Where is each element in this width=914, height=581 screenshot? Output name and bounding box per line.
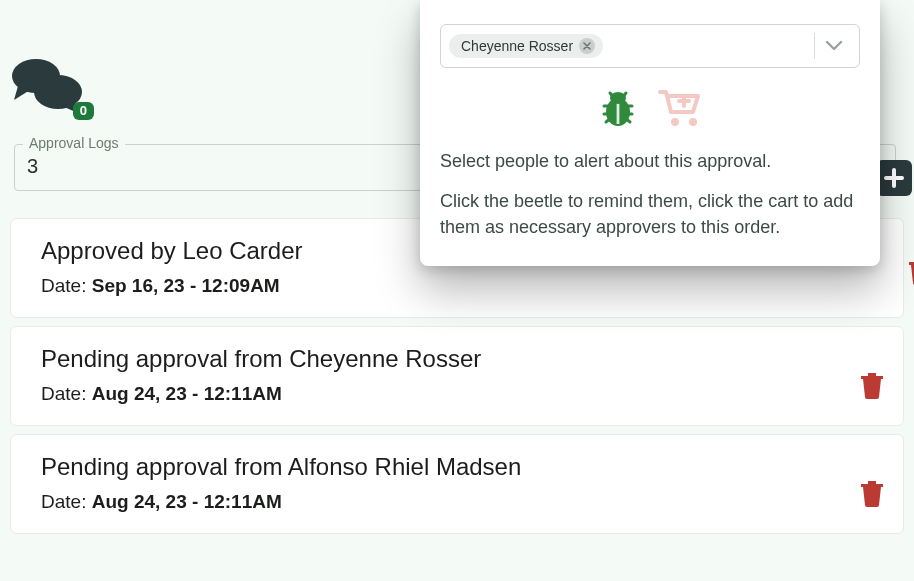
log-connector: approval from (136, 345, 283, 372)
plus-icon (883, 167, 905, 189)
select-dropdown-toggle[interactable] (815, 37, 853, 55)
approval-log-row: Pending approval from Alfonso Rhiel Mads… (10, 434, 904, 534)
close-icon (583, 42, 591, 50)
trash-icon (861, 373, 883, 399)
log-person-name: Alfonso Rhiel Madsen (288, 453, 521, 480)
chip-label: Cheyenne Rosser (461, 38, 573, 54)
svg-point-6 (689, 118, 697, 126)
log-date: Date: Aug 24, 23 - 12:11AM (41, 383, 881, 405)
log-connector: approval from (136, 453, 283, 480)
log-date: Date: Sep 16, 23 - 12:09AM (41, 275, 881, 297)
log-date-label: Date: (41, 275, 86, 296)
log-date-value: Aug 24, 23 - 12:11AM (92, 383, 282, 404)
log-person-name: Leo Carder (182, 237, 302, 264)
cart-add-icon[interactable] (656, 86, 704, 130)
log-status: Approved (41, 237, 144, 264)
delete-log-button[interactable] (861, 373, 883, 403)
popover-action-icons (440, 86, 860, 130)
log-date: Date: Aug 24, 23 - 12:11AM (41, 491, 881, 513)
log-date-label: Date: (41, 383, 86, 404)
approval-log-row: Pending approval from Cheyenne Rosser Da… (10, 326, 904, 426)
trash-icon (909, 259, 914, 285)
log-status: Pending (41, 453, 129, 480)
comments-count-badge: 0 (73, 102, 94, 120)
delete-log-button[interactable] (861, 481, 883, 511)
log-connector: by (150, 237, 175, 264)
trash-icon (861, 481, 883, 507)
log-date-value: Sep 16, 23 - 12:09AM (92, 275, 280, 296)
log-date-value: Aug 24, 23 - 12:11AM (92, 491, 282, 512)
log-title: Pending approval from Cheyenne Rosser (41, 345, 881, 373)
selected-person-chip: Cheyenne Rosser (449, 34, 603, 58)
people-select[interactable]: Cheyenne Rosser (440, 24, 860, 68)
svg-point-5 (671, 118, 679, 126)
chevron-down-icon (825, 39, 843, 51)
log-title: Pending approval from Alfonso Rhiel Mads… (41, 453, 881, 481)
log-status: Pending (41, 345, 129, 372)
log-date-label: Date: (41, 491, 86, 512)
approval-logs-legend: Approval Logs (23, 135, 125, 151)
remove-chip-button[interactable] (579, 38, 595, 54)
add-approval-log-button[interactable] (876, 160, 912, 196)
popover-instruction-2: Click the beetle to remind them, click t… (440, 188, 860, 240)
comments-indicator[interactable]: 0 (10, 56, 88, 116)
popover-instruction-1: Select people to alert about this approv… (440, 148, 860, 174)
log-person-name: Cheyenne Rosser (289, 345, 481, 372)
delete-log-button[interactable] (909, 259, 914, 289)
approval-logs-list: Approved by Leo Carder Date: Sep 16, 23 … (10, 218, 904, 542)
alert-people-popover: Cheyenne Rosser (420, 0, 880, 266)
beetle-icon[interactable] (596, 86, 640, 130)
